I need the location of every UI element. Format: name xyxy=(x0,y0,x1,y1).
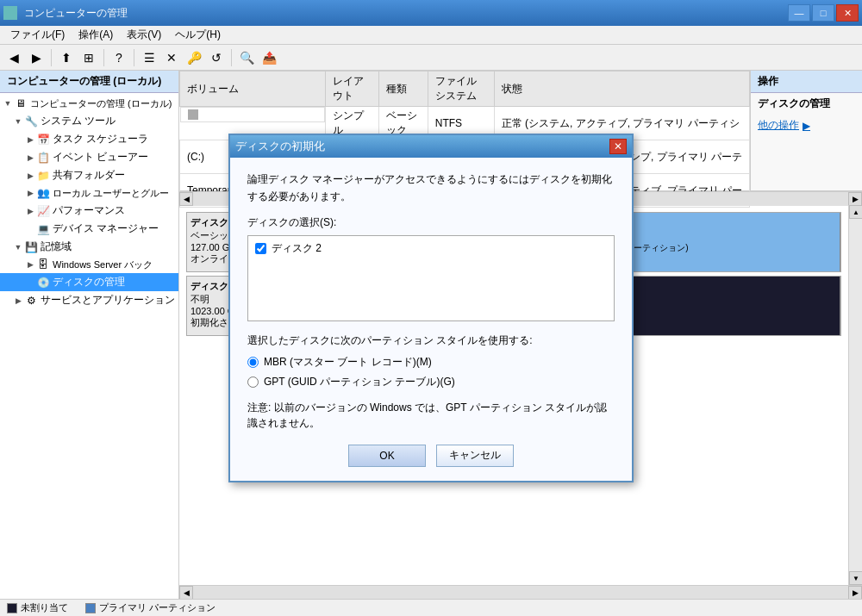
mbr-label: MBR (マスター ブート レコード)(M) xyxy=(264,355,432,370)
gpt-option[interactable]: GPT (GUID パーティション テーブル)(G) xyxy=(247,375,615,389)
dialog-ok-button[interactable]: OK xyxy=(348,445,426,467)
dialog-disk-select-label: ディスクの選択(S): xyxy=(247,215,615,230)
disk-item-label: ディスク 2 xyxy=(272,241,322,256)
gpt-radio[interactable] xyxy=(247,376,259,388)
dialog-title: ディスクの初期化 xyxy=(235,139,325,154)
disk-list-item[interactable]: ディスク 2 xyxy=(252,240,610,258)
dialog-title-bar: ディスクの初期化 ✕ xyxy=(230,135,632,158)
mbr-option[interactable]: MBR (マスター ブート レコード)(M) xyxy=(247,355,615,370)
dialog-body: 論理ディスク マネージャーがアクセスできるようにするにはディスクを初期化する必要… xyxy=(230,158,632,480)
dialog-buttons: OK キャンセル xyxy=(247,445,615,467)
dialog-overlay: ディスクの初期化 ✕ 論理ディスク マネージャーがアクセスできるようにするにはデ… xyxy=(0,0,862,616)
dialog-description: 論理ディスク マネージャーがアクセスできるようにするにはディスクを初期化する必要… xyxy=(247,171,615,204)
dialog-close-button[interactable]: ✕ xyxy=(609,139,627,154)
partition-style-label: 選択したディスクに次のパーティション スタイルを使用する: xyxy=(247,333,615,348)
partition-style-section: 選択したディスクに次のパーティション スタイルを使用する: MBR (マスター … xyxy=(247,333,615,389)
disk-checkbox[interactable] xyxy=(255,243,266,254)
mbr-radio[interactable] xyxy=(247,357,259,368)
dialog-note: 注意: 以前のバージョンの Windows では、GPT パーティション スタイ… xyxy=(247,400,615,431)
dialog-cancel-button[interactable]: キャンセル xyxy=(436,445,514,467)
gpt-label: GPT (GUID パーティション テーブル)(G) xyxy=(264,375,455,389)
disk-list-box: ディスク 2 xyxy=(247,235,615,321)
init-dialog: ディスクの初期化 ✕ 論理ディスク マネージャーがアクセスできるようにするにはデ… xyxy=(228,134,634,482)
